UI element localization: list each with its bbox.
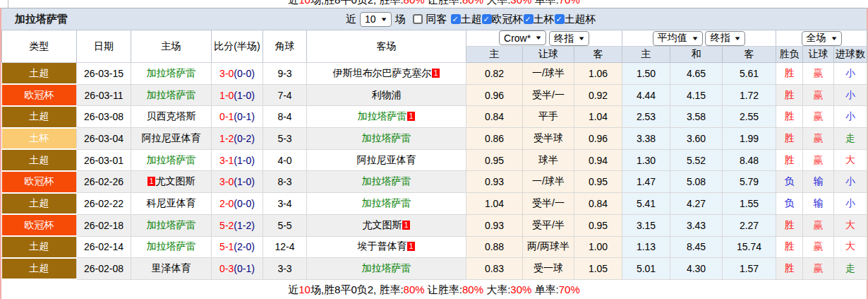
away-team-name[interactable]: 阿拉尼亚体育 <box>357 154 416 165</box>
home-team-name[interactable]: 加拉塔萨雷 <box>147 89 196 100</box>
home-team-name[interactable]: 里泽体育 <box>152 262 191 274</box>
result-winlose: 胜 <box>776 258 803 280</box>
odds-handicap: 平手 <box>523 106 574 128</box>
away-team-name[interactable]: 加拉塔萨雷 <box>362 262 411 274</box>
match-type-badge: 土超 <box>2 258 77 280</box>
col-header-corner: 角球 <box>263 30 307 63</box>
home-cell: 贝西克塔斯 <box>131 106 212 128</box>
odds-home: 0.93 <box>466 171 523 193</box>
odds-away: 1.06 <box>574 63 622 85</box>
avg-draw: 3.58 <box>670 106 723 128</box>
avg-home: 3.38 <box>622 128 670 150</box>
halftime-score: (1-0) <box>234 90 255 101</box>
result-handicap: 赢 <box>803 63 834 85</box>
result-winlose: 负 <box>776 171 803 193</box>
home-cell: 加拉塔萨雷 <box>131 84 212 106</box>
match-type-badge: 土超 <box>2 236 77 258</box>
result-handicap: 赢 <box>803 128 834 150</box>
summary-segment: 30% <box>510 0 531 6</box>
score-cell: 3-0(1-0) <box>212 171 263 193</box>
away-team-name[interactable]: 伊斯坦布尔巴萨克塞尔 <box>332 67 431 78</box>
odds-away: 1.04 <box>574 106 622 128</box>
away-cell: 尤文图斯1 <box>307 214 466 236</box>
col-header-type: 类型 <box>2 30 77 63</box>
away-team-name[interactable]: 加拉塔萨雷 <box>357 110 406 122</box>
summary-segment: 场,胜8平0负2, 胜率: <box>311 283 404 295</box>
home-team-name[interactable]: 加拉塔萨雷 <box>147 240 196 252</box>
halftime-score: (0-1) <box>234 263 255 274</box>
sub-header-handicap: 让球 <box>523 47 574 63</box>
home-team-name[interactable]: 尤文图斯 <box>156 175 195 187</box>
league-checkbox-土超杯[interactable] <box>555 14 565 24</box>
home-team-name[interactable]: 加拉塔萨雷 <box>147 219 196 230</box>
avg-draw: 8.45 <box>670 236 723 258</box>
match-date: 26-03-04 <box>77 128 131 150</box>
corner-score: 5-5 <box>263 214 307 236</box>
score-cell: 3-1(1-0) <box>212 149 263 171</box>
fulltime-score: 1-2 <box>219 133 234 144</box>
halftime-score: (0-1) <box>234 111 255 122</box>
chevron-down-icon: ▼ <box>691 35 699 42</box>
result-winlose: 胜 <box>776 214 803 236</box>
summary-segment: 10 <box>299 283 311 295</box>
same-away-label: 同客 <box>426 13 447 26</box>
league-checkboxes: 土超欧冠杯土杯土超杯 <box>451 13 596 26</box>
match-count-select[interactable]: 10 ▼ <box>360 12 392 27</box>
match-date: 26-02-14 <box>77 236 131 258</box>
table-row: 土杯26-03-04阿拉尼亚体育1-2(0-2)5-3加拉塔萨雷0.86受半球0… <box>2 128 867 150</box>
odds-away: 0.92 <box>574 84 622 106</box>
same-away-checkbox[interactable] <box>413 14 423 24</box>
away-team-name[interactable]: 尤文图斯 <box>362 219 402 230</box>
avg-home: 5.41 <box>622 193 670 215</box>
odds-away: 0.95 <box>574 171 622 193</box>
league-checkbox-label: 土超杯 <box>565 13 596 25</box>
rank-badge: 1 <box>402 221 409 230</box>
scope-select[interactable]: 全场 ▼ <box>802 31 842 46</box>
home-team-name[interactable]: 贝西克塔斯 <box>147 110 196 122</box>
away-team-name[interactable]: 加拉塔萨雷 <box>362 175 411 187</box>
league-checkbox-欧冠杯[interactable] <box>482 14 492 24</box>
avg-away: 5.79 <box>723 171 776 193</box>
odds-home: 0.82 <box>466 63 523 85</box>
average-final-select[interactable]: 终指 ▼ <box>705 31 745 46</box>
odds-handicap: 一/球半 <box>523 63 574 85</box>
away-cell: 阿拉尼亚体育 <box>307 149 466 171</box>
table-row: 土超26-03-01加拉塔萨雷3-1(1-0)4-0阿拉尼亚体育0.95球半0.… <box>2 149 867 171</box>
away-team-name[interactable]: 利物浦 <box>372 89 402 100</box>
away-team-name[interactable]: 加拉塔萨雷 <box>362 197 411 209</box>
table-row: 土超26-03-15加拉塔萨雷3-0(0-0)9-3伊斯坦布尔巴萨克塞尔10.8… <box>2 63 867 85</box>
odds-home: 0.88 <box>466 236 523 258</box>
result-winlose: 胜 <box>776 128 803 150</box>
away-team-name[interactable]: 加拉塔萨雷 <box>362 132 411 143</box>
league-checkbox-土杯[interactable] <box>524 14 534 24</box>
summary-segment: 近 <box>288 0 299 6</box>
match-type-badge: 土超 <box>2 63 77 85</box>
avg-away: 1.55 <box>723 193 776 215</box>
summary-segment: 单率: <box>531 0 558 6</box>
home-team-name[interactable]: 加拉塔萨雷 <box>147 67 196 78</box>
fulltime-score: 3-0 <box>219 68 234 79</box>
odds-source-value: Crow* <box>504 33 531 44</box>
team-history-panel: 加拉塔萨雷 近 10 ▼ 场 同客 土超欧冠杯土杯土超杯 <box>0 8 868 299</box>
average-select[interactable]: 平均值 ▼ <box>653 31 703 46</box>
home-team-name[interactable]: 阿拉尼亚体育 <box>142 132 201 143</box>
odds-final-select[interactable]: 终指 ▼ <box>549 31 589 46</box>
league-checkbox-土超[interactable] <box>451 14 461 24</box>
odds-handicap: 两/两球半 <box>523 236 574 258</box>
avg-draw: 4.30 <box>670 258 723 280</box>
odds-source-select[interactable]: Crow* ▼ <box>499 30 546 45</box>
home-team-name[interactable]: 加拉塔萨雷 <box>147 154 196 165</box>
halftime-score: (2-0) <box>234 241 255 252</box>
away-team-name[interactable]: 埃于普体育 <box>357 240 406 252</box>
filters: 近 10 ▼ 场 同客 土超欧冠杯土杯土超杯 <box>346 8 596 30</box>
match-type-badge: 土杯 <box>2 128 77 150</box>
away-cell: 加拉塔萨雷 <box>307 171 466 193</box>
home-cell: 加拉塔萨雷 <box>131 63 212 85</box>
chevron-down-icon: ▼ <box>380 16 387 23</box>
result-handicap: 赢 <box>803 236 834 258</box>
rank-badge: 1 <box>407 112 414 121</box>
summary-segment: 单率: <box>531 283 558 295</box>
result-handicap: 赢 <box>803 214 834 236</box>
home-team-name[interactable]: 科尼亚体育 <box>147 197 196 209</box>
summary-segment: 场,胜8平0负2, 胜率: <box>311 0 404 6</box>
